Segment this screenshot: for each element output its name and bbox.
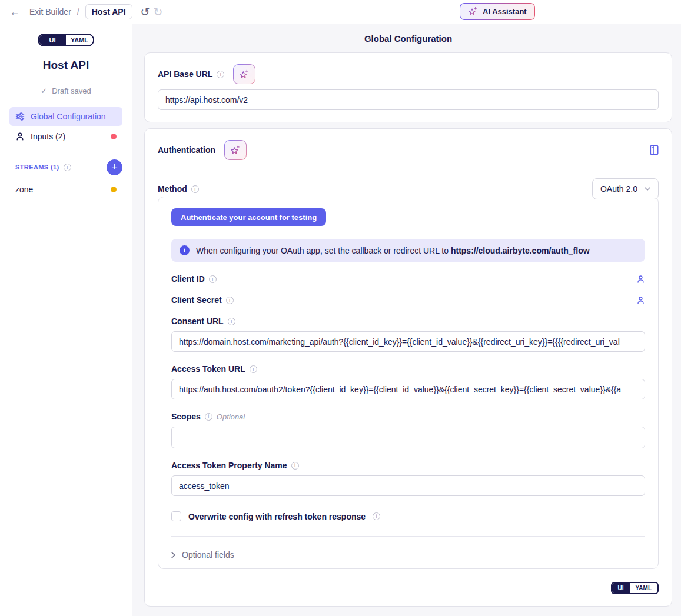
client-id-row: Client ID i <box>171 274 645 284</box>
top-bar: ← Exit Builder / Host API ↺ ↻ AI Assista… <box>0 0 681 24</box>
consent-url-input[interactable] <box>171 331 645 352</box>
client-id-label: Client ID <box>171 274 205 284</box>
authentication-card: Authentication Method i <box>144 128 672 607</box>
sidebar-item-global-configuration[interactable]: Global Configuration <box>9 107 122 126</box>
info-icon: i <box>217 71 224 78</box>
main-content: Global Configuration API Base URL i Auth… <box>132 0 681 607</box>
overwrite-config-label: Overwrite config with refresh token resp… <box>188 512 366 521</box>
ai-assistant-button[interactable]: AI Assistant <box>460 3 535 20</box>
sidebar-toggle-yaml[interactable]: YAML <box>66 35 93 45</box>
scopes-label: Scopes <box>171 412 201 421</box>
person-icon <box>15 132 25 141</box>
optional-tag: Optional <box>217 412 245 421</box>
info-icon: i <box>64 164 71 171</box>
api-base-url-card: API Base URL i <box>144 52 672 122</box>
authentication-label: Authentication <box>158 145 215 155</box>
sidebar-item-label: Global Configuration <box>31 112 106 121</box>
consent-url-label: Consent URL <box>171 317 224 326</box>
stream-status-dot <box>111 187 117 192</box>
ai-suggest-button[interactable] <box>224 140 247 160</box>
api-base-url-label: API Base URL <box>158 69 212 79</box>
connector-title: Host API <box>0 59 132 72</box>
streams-header-label: STREAMS (1) <box>15 164 59 171</box>
ai-sparkle-icon <box>468 6 478 16</box>
card-view-toggle: UI YAML <box>611 582 659 594</box>
client-secret-row: Client Secret i <box>171 295 645 305</box>
callback-url: https://cloud.airbyte.com/auth_flow <box>451 246 590 255</box>
authenticate-button[interactable]: Authenticate your account for testing <box>171 208 326 226</box>
sidebar-item-inputs[interactable]: Inputs (2) <box>9 127 122 146</box>
divider <box>171 536 645 537</box>
undo-icon[interactable]: ↺ <box>141 5 150 19</box>
redo-icon[interactable]: ↻ <box>153 5 162 19</box>
info-icon: i <box>228 318 235 325</box>
page-title: Global Configuration <box>144 24 672 52</box>
connector-name-pill[interactable]: Host API <box>85 4 132 19</box>
sliders-icon <box>15 112 25 121</box>
sidebar-nav: Global Configuration Inputs (2) STREAMS … <box>0 95 132 199</box>
ai-suggest-button[interactable] <box>233 64 255 84</box>
card-toggle-ui[interactable]: UI <box>612 583 630 593</box>
documentation-icon[interactable] <box>650 145 659 155</box>
info-icon: i <box>250 365 257 373</box>
breadcrumb-separator: / <box>77 7 79 16</box>
divider <box>208 189 592 189</box>
card-toggle-yaml[interactable]: YAML <box>630 583 657 593</box>
back-arrow-icon[interactable]: ← <box>9 6 20 17</box>
info-icon: i <box>180 245 190 255</box>
info-icon: i <box>291 462 299 470</box>
sidebar-item-label: Inputs (2) <box>31 132 65 141</box>
scopes-input[interactable] <box>171 427 645 448</box>
chevron-down-icon <box>645 187 650 191</box>
info-icon: i <box>209 275 217 283</box>
info-icon: i <box>226 297 234 304</box>
user-input-icon[interactable] <box>636 275 645 284</box>
auth-method-select[interactable]: OAuth 2.0 <box>592 178 659 199</box>
add-stream-button[interactable]: + <box>107 159 122 175</box>
ai-assistant-label: AI Assistant <box>483 7 527 16</box>
access-token-property-name-label: Access Token Property Name <box>171 461 287 470</box>
chevron-right-icon <box>171 552 175 558</box>
access-token-url-input[interactable] <box>171 379 645 399</box>
stream-label: zone <box>15 185 33 194</box>
sidebar-item-stream-zone[interactable]: zone <box>9 180 122 199</box>
sidebar-view-toggle: UI YAML <box>38 34 94 46</box>
sidebar-toggle-ui[interactable]: UI <box>39 35 66 45</box>
api-base-url-input[interactable] <box>158 89 659 110</box>
inputs-status-dot <box>111 134 117 139</box>
optional-fields-label: Optional fields <box>182 550 234 560</box>
info-icon: i <box>191 185 199 193</box>
banner-text: When configuring your OAuth app, set the… <box>196 246 590 255</box>
breadcrumb-exit-builder[interactable]: Exit Builder <box>29 7 71 16</box>
sidebar: UI YAML Host API ✓ Draft saved Global Co… <box>0 24 132 616</box>
oauth-callback-banner: i When configuring your OAuth app, set t… <box>171 239 645 262</box>
check-icon: ✓ <box>41 86 47 95</box>
optional-fields-toggle[interactable]: Optional fields <box>171 550 645 560</box>
overwrite-config-checkbox[interactable] <box>171 511 181 521</box>
save-status-label: Draft saved <box>52 86 91 95</box>
info-icon: i <box>373 512 380 520</box>
streams-section-header: STREAMS (1) i + <box>9 159 122 175</box>
oauth-settings-panel: Authenticate your account for testing i … <box>158 197 659 569</box>
auth-method-value: OAuth 2.0 <box>600 184 637 194</box>
save-status: ✓ Draft saved <box>0 86 132 95</box>
overwrite-config-row: Overwrite config with refresh token resp… <box>171 511 645 521</box>
method-label: Method <box>158 184 187 194</box>
info-icon: i <box>205 413 212 421</box>
user-input-icon[interactable] <box>636 296 645 305</box>
access-token-url-label: Access Token URL <box>171 364 245 374</box>
client-secret-label: Client Secret <box>171 295 222 305</box>
access-token-property-name-input[interactable] <box>171 475 645 496</box>
